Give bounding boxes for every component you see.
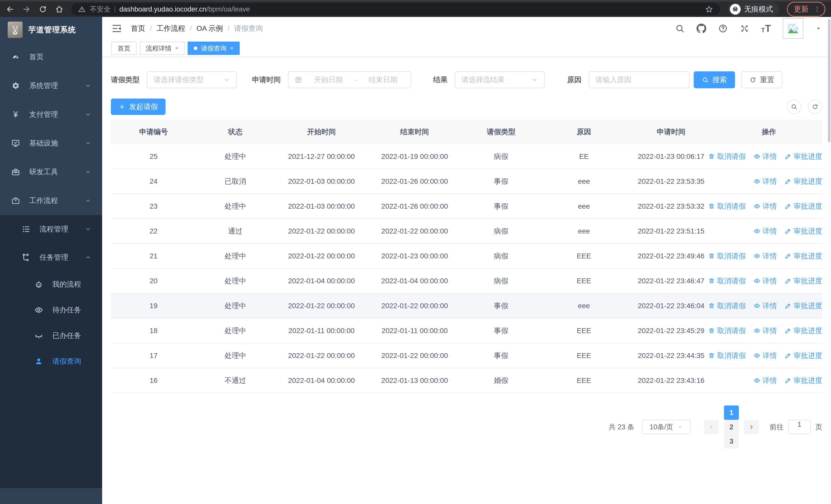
start-date-field[interactable]: 开始日期 <box>307 75 350 85</box>
tab-close-icon[interactable]: × <box>230 45 233 52</box>
github-icon[interactable] <box>696 24 706 33</box>
detail-link[interactable]: 详情 <box>753 152 777 161</box>
column-header: 请假类型 <box>461 127 541 137</box>
eye-small-icon <box>753 228 761 235</box>
browser-menu-icon[interactable] <box>813 5 821 13</box>
scrollbar-thumb[interactable] <box>828 19 830 142</box>
help-icon[interactable] <box>718 24 728 33</box>
detail-link[interactable]: 详情 <box>753 202 777 211</box>
tab-close-icon[interactable]: × <box>175 45 178 52</box>
user-menu-caret-icon[interactable] <box>815 25 822 32</box>
sidebar-item-todo-tasks[interactable]: 待办任务 <box>0 297 102 323</box>
sidebar-item-process-mgmt[interactable]: 流程管理 <box>0 215 102 243</box>
sidebar-collapse-bar[interactable] <box>0 488 102 504</box>
create-leave-button[interactable]: 发起请假 <box>111 98 166 115</box>
approval-progress-link[interactable]: 审批进度 <box>784 251 822 261</box>
approval-progress-link[interactable]: 审批进度 <box>784 376 822 385</box>
sidebar-item-payment[interactable]: 支付管理 <box>0 100 102 129</box>
cancel-leave-link[interactable]: 取消请假 <box>708 326 746 336</box>
page-button-2[interactable]: 2 <box>724 420 739 434</box>
cell-actions: 详情审批进度 <box>716 376 822 385</box>
sidebar-item-label: 我的流程 <box>52 279 81 289</box>
pen-icon <box>784 253 792 260</box>
sidebar-fold-button[interactable] <box>111 23 122 34</box>
detail-link[interactable]: 详情 <box>753 326 777 336</box>
fullscreen-icon[interactable] <box>740 24 749 33</box>
cell-id: 19 <box>111 302 196 310</box>
approval-progress-link[interactable]: 审批进度 <box>784 177 822 186</box>
end-date-field[interactable]: 结束日期 <box>362 75 404 85</box>
sidebar-item-home[interactable]: 首页 <box>0 42 102 71</box>
tab-home[interactable]: 首页 <box>111 41 137 55</box>
sidebar-item-devtools[interactable]: 研发工具 <box>0 157 102 186</box>
cancel-leave-link[interactable]: 取消请假 <box>708 202 746 211</box>
address-bar[interactable]: 不安全 dashboard.yudao.iocoder.cn/bpm/oa/le… <box>71 3 720 16</box>
refresh-table-button[interactable] <box>808 99 822 114</box>
cancel-leave-link[interactable]: 取消请假 <box>708 276 746 286</box>
chevron-down-icon <box>85 226 91 233</box>
tab-process-detail[interactable]: 流程详情× <box>140 41 184 55</box>
approval-progress-link[interactable]: 审批进度 <box>784 351 822 360</box>
page-button-1[interactable]: 1 <box>724 406 739 420</box>
result-select[interactable]: 请选择流结果 <box>455 71 545 88</box>
detail-link[interactable]: 详情 <box>753 301 777 311</box>
cell-reason: EEE <box>541 327 627 335</box>
approval-progress-link[interactable]: 审批进度 <box>784 202 822 211</box>
toggle-search-button[interactable] <box>787 99 801 114</box>
action-label: 详情 <box>763 251 777 261</box>
approval-progress-link[interactable]: 审批进度 <box>784 152 822 161</box>
tab-leave-query[interactable]: 请假查询× <box>188 41 240 55</box>
reason-input[interactable] <box>595 76 683 84</box>
approval-progress-link[interactable]: 审批进度 <box>784 326 822 336</box>
cell-type: 病假 <box>461 276 541 286</box>
sidebar-item-system[interactable]: 系统管理 <box>0 71 102 100</box>
detail-link[interactable]: 详情 <box>753 376 777 385</box>
approval-progress-link[interactable]: 审批进度 <box>784 276 822 286</box>
app-logo[interactable]: 🐰 芋道管理系统 <box>0 17 102 42</box>
sidebar-item-my-process[interactable]: 我的流程 <box>0 271 102 297</box>
sidebar-item-workflow[interactable]: 工作流程 <box>0 186 102 215</box>
sidebar-item-task-mgmt[interactable]: 任务管理 <box>0 243 102 271</box>
detail-link[interactable]: 详情 <box>753 276 777 286</box>
browser-update-menu[interactable]: 更新 <box>787 2 825 17</box>
forward-button[interactable] <box>22 5 31 13</box>
back-button[interactable] <box>6 5 15 13</box>
leave-type-select[interactable]: 请选择请假类型 <box>147 71 237 88</box>
reset-button[interactable]: 重置 <box>741 71 782 88</box>
font-size-icon[interactable]: TT <box>761 24 771 33</box>
search-button[interactable]: 搜索 <box>694 71 735 88</box>
cell-end: 2022-01-11 00:00:00 <box>368 327 461 335</box>
sidebar-item-done-tasks[interactable]: 已办任务 <box>0 323 102 349</box>
approval-progress-link[interactable]: 审批进度 <box>784 226 822 236</box>
bookmark-star-icon[interactable] <box>705 5 713 13</box>
browser-home-button[interactable] <box>55 5 64 13</box>
cancel-leave-link[interactable]: 取消请假 <box>708 251 746 261</box>
chevron-down-icon <box>85 140 91 147</box>
global-search-icon[interactable] <box>675 24 685 33</box>
sidebar-item-leave-query[interactable]: 请假查询 <box>0 349 102 374</box>
breadcrumb-item[interactable]: 工作流程 <box>156 24 185 33</box>
breadcrumb-item[interactable]: OA 示例 <box>197 24 223 33</box>
detail-link[interactable]: 详情 <box>753 351 777 360</box>
detail-link[interactable]: 详情 <box>753 177 777 186</box>
cancel-leave-link[interactable]: 取消请假 <box>708 152 746 161</box>
trash-icon <box>708 277 715 284</box>
breadcrumb-item[interactable]: 首页 <box>131 24 145 33</box>
page-button-3[interactable]: 3 <box>724 434 739 449</box>
cell-end: 2022-01-13 00:00:00 <box>368 377 461 385</box>
avatar[interactable] <box>783 18 803 39</box>
approval-progress-link[interactable]: 审批进度 <box>784 301 822 311</box>
detail-link[interactable]: 详情 <box>753 226 777 236</box>
eye-small-icon <box>753 327 761 334</box>
next-page-button[interactable] <box>744 420 759 434</box>
cancel-leave-link[interactable]: 取消请假 <box>708 351 746 360</box>
prev-page-button[interactable] <box>704 420 719 434</box>
detail-link[interactable]: 详情 <box>753 251 777 261</box>
goto-page-input[interactable] <box>789 420 810 428</box>
sidebar-item-infra[interactable]: 基础设施 <box>0 129 102 157</box>
page-size-select[interactable]: 10条/页 <box>642 420 691 434</box>
reload-button[interactable] <box>38 5 47 13</box>
cancel-leave-link[interactable]: 取消请假 <box>708 301 746 311</box>
apply-time-range-picker[interactable]: 开始日期 - 结束日期 <box>288 71 411 88</box>
pen-icon <box>784 153 792 160</box>
